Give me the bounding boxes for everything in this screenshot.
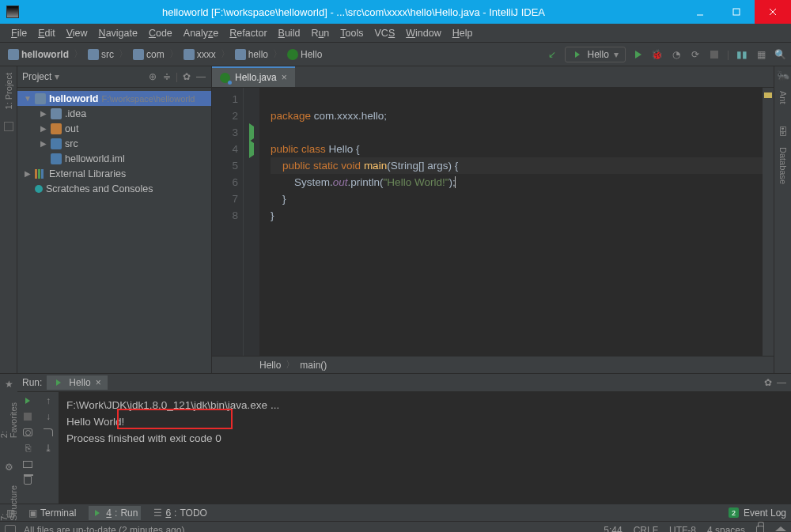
- gear-icon[interactable]: ✿: [764, 377, 772, 388]
- maximize-button[interactable]: [718, 0, 755, 24]
- tree-out[interactable]: ▶out: [17, 121, 211, 136]
- tree-iml[interactable]: helloworld.iml: [17, 151, 211, 166]
- menu-edit[interactable]: Edit: [33, 26, 60, 40]
- scroll-up-icon[interactable]: ↑: [43, 395, 54, 406]
- coverage-button[interactable]: ◔: [670, 48, 683, 61]
- softwrap-icon[interactable]: [43, 427, 54, 438]
- readonly-lock-icon[interactable]: [756, 526, 764, 533]
- status-icon[interactable]: [5, 525, 16, 533]
- inspections-icon[interactable]: [775, 526, 786, 533]
- app-logo-icon: [6, 6, 19, 18]
- menu-refactor[interactable]: Refactor: [225, 26, 271, 40]
- minimize-button[interactable]: [682, 0, 718, 24]
- folder-icon: [133, 49, 144, 60]
- tool-terminal[interactable]: ▣Terminal: [25, 506, 79, 520]
- profile-button[interactable]: ⟳: [689, 48, 702, 61]
- warning-marker-icon[interactable]: [764, 92, 772, 98]
- file-encoding[interactable]: UTF-8: [669, 525, 696, 533]
- tool-database-tab[interactable]: Database: [778, 144, 788, 187]
- run-gutter-icon[interactable]: [249, 123, 254, 141]
- menu-build[interactable]: Build: [274, 26, 305, 40]
- bottom-tool-strip: ▥ ▣Terminal 4: Run ☰6: TODO 2 Event Log: [0, 504, 791, 521]
- print-button[interactable]: [22, 458, 33, 470]
- crumb-class[interactable]: Hello: [259, 360, 281, 371]
- structure-button[interactable]: ▦: [755, 48, 767, 61]
- project-tree[interactable]: ▼ helloworld F:\workspace\helloworld ▶.i…: [17, 88, 211, 199]
- cam-button[interactable]: [22, 427, 33, 438]
- tree-root-label: helloworld: [49, 93, 99, 104]
- menu-vcs[interactable]: VCS: [370, 26, 400, 40]
- tool-ant-tab[interactable]: Ant: [778, 88, 788, 108]
- editor-tab-hello[interactable]: Hello.java ×: [212, 66, 295, 87]
- tree-idea[interactable]: ▶.idea: [17, 106, 211, 121]
- close-button[interactable]: [755, 0, 791, 24]
- gear-icon[interactable]: ✿: [181, 71, 192, 82]
- run-icon: [575, 51, 580, 58]
- tool-run[interactable]: 4: Run: [89, 506, 141, 520]
- status-message: All files are up-to-date (2 minutes ago): [24, 525, 184, 533]
- hide-icon[interactable]: —: [195, 71, 206, 82]
- crumb-class[interactable]: Hello: [301, 49, 322, 60]
- crumb-method[interactable]: main(): [300, 360, 327, 371]
- tool-structure-tab[interactable]: 7: Structure: [0, 484, 18, 523]
- scroll-down-icon[interactable]: ↓: [43, 411, 54, 422]
- project-view-label[interactable]: Project: [22, 71, 51, 82]
- tool-event-log[interactable]: Event Log: [744, 507, 786, 519]
- menu-file[interactable]: File: [6, 26, 32, 40]
- tree-libs[interactable]: ▶External Libraries: [17, 166, 211, 181]
- console-output[interactable]: F:\Work\JDK\jdk1.8.0_121\jdk\bin\java.ex…: [59, 392, 791, 504]
- menu-help[interactable]: Help: [448, 26, 478, 40]
- run-config-selector[interactable]: Hello ▾: [565, 47, 626, 62]
- tree-root[interactable]: ▼ helloworld F:\workspace\helloworld: [17, 91, 211, 106]
- tool-button[interactable]: [4, 122, 13, 131]
- tree-src[interactable]: ▶src: [17, 136, 211, 151]
- line-separator[interactable]: CRLF: [634, 525, 658, 533]
- gutter-marks[interactable]: [244, 88, 259, 356]
- target-icon[interactable]: ⊕: [147, 71, 158, 82]
- menu-code[interactable]: Code: [144, 26, 177, 40]
- crumb-project[interactable]: helloworld: [21, 49, 69, 60]
- run-button[interactable]: [632, 48, 645, 61]
- menu-view[interactable]: View: [62, 26, 93, 40]
- crumb-hello[interactable]: hello: [248, 49, 268, 60]
- code-text[interactable]: package com.xxxx.hello; public class Hel…: [259, 88, 763, 356]
- run-tab-hello[interactable]: Hello ×: [47, 375, 107, 390]
- menu-tools[interactable]: Tools: [335, 26, 368, 40]
- run-gutter-icon[interactable]: [249, 140, 254, 158]
- breadcrumb[interactable]: helloworld 〉 src 〉 com 〉 xxxx 〉 hello 〉 …: [5, 47, 325, 62]
- left-tool-stripe: 1: Project: [0, 66, 17, 373]
- menu-window[interactable]: Window: [401, 26, 445, 40]
- menu-run[interactable]: Run: [306, 26, 334, 40]
- close-icon[interactable]: ×: [96, 377, 101, 388]
- project-panel: Project ▾ ⊕ ≑ | ✿ — ▼ helloworld F:\work…: [17, 66, 212, 373]
- tree-scratches[interactable]: Scratches and Consoles: [17, 181, 211, 196]
- crumb-src[interactable]: src: [101, 49, 114, 60]
- tool-favorites-tab[interactable]: 2: Favorites: [0, 401, 18, 440]
- tool-todo[interactable]: ☰6: TODO: [150, 506, 210, 520]
- code-area[interactable]: 12345678 package com.xxxx.hello; public …: [212, 88, 774, 356]
- tab-close-icon[interactable]: ×: [282, 72, 287, 83]
- editor: Hello.java × 12345678 package com.xxxx.h…: [212, 66, 774, 373]
- search-button[interactable]: 🔍: [774, 48, 786, 61]
- exit-button[interactable]: ⎘: [22, 443, 33, 454]
- trash-button[interactable]: [22, 474, 33, 485]
- hide-icon[interactable]: —: [777, 377, 786, 388]
- menu-analyze[interactable]: Analyze: [179, 26, 223, 40]
- crumb-com[interactable]: com: [146, 49, 165, 60]
- scratches-icon: [35, 185, 43, 193]
- debug-button[interactable]: 🐞: [651, 48, 664, 61]
- editor-crumbbar[interactable]: Hello 〉 main(): [212, 356, 774, 373]
- stop-run-button[interactable]: [22, 411, 33, 422]
- build-icon[interactable]: ↙: [546, 48, 558, 61]
- caret-position[interactable]: 5:44: [604, 525, 622, 533]
- collapse-icon[interactable]: ≑: [161, 71, 172, 82]
- stop-button[interactable]: [708, 48, 721, 61]
- vcs-button[interactable]: ▮▮: [736, 48, 748, 61]
- crumb-xxxx[interactable]: xxxx: [197, 49, 216, 60]
- indent-setting[interactable]: 4 spaces: [707, 525, 745, 533]
- rerun-button[interactable]: [22, 395, 33, 406]
- scroll-end-icon[interactable]: ⤓: [43, 443, 54, 454]
- menu-navigate[interactable]: Navigate: [94, 26, 142, 40]
- tool-project-tab[interactable]: 1: Project: [4, 70, 13, 112]
- error-stripe[interactable]: [763, 88, 774, 356]
